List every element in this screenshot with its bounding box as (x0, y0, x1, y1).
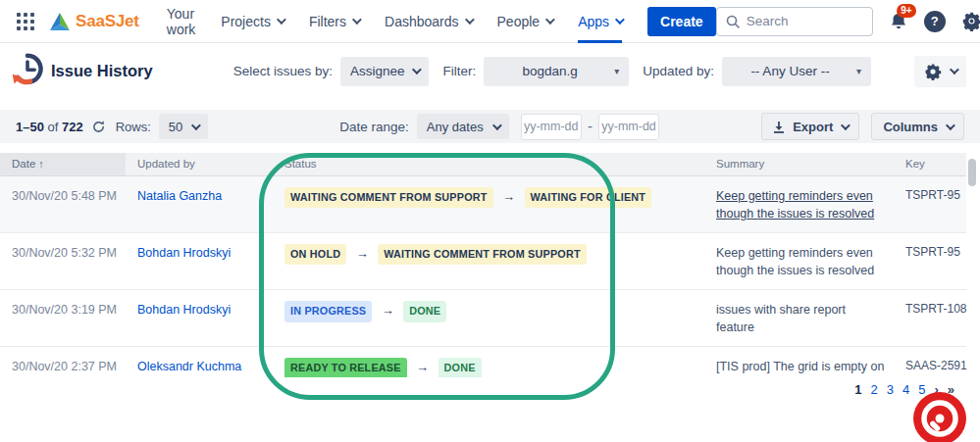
export-button[interactable]: Export (761, 113, 859, 140)
page: SaaSJet Your work Projects Filters Dashb… (0, 0, 980, 442)
cell-issue-key: TSPRT-108 (894, 290, 966, 347)
cell-issue-key: TSPRT-95 (894, 175, 966, 232)
pagination: 12345›» (0, 377, 980, 397)
transition-arrow-icon: → (502, 189, 515, 204)
result-range: 1–50 of 722 (16, 120, 83, 134)
cell-status: IN PROGRESS → DONE (273, 290, 704, 347)
date-from-input[interactable] (521, 114, 582, 140)
table-row: 30/Nov/20 5:48 PM Natalia Ganzha WAITING… (0, 175, 966, 232)
app-switcher-icon[interactable] (16, 12, 35, 31)
issue-summary-link[interactable]: Keep getting reminders even though the i… (716, 246, 874, 277)
chevron-down-icon (191, 121, 201, 130)
column-header-status[interactable]: Status (273, 153, 704, 175)
column-header-summary[interactable]: Summary (704, 153, 894, 175)
grid-icon (16, 12, 35, 31)
vertical-scrollbar-thumb[interactable] (968, 159, 976, 186)
refresh-icon (91, 120, 106, 134)
nav-people[interactable]: People (497, 0, 553, 43)
dropdown-triangle-icon: ▾ (614, 66, 619, 76)
columns-button[interactable]: Columns (871, 113, 964, 140)
chevron-down-icon (277, 15, 286, 25)
cell-date: 30/Nov/20 5:48 PM (0, 175, 126, 232)
status-from-badge: ON HOLD (284, 244, 346, 266)
brand-name: SaaSJet (76, 12, 139, 31)
recording-logo-icon (911, 390, 968, 442)
search-box[interactable] (716, 7, 873, 36)
issue-history-app-icon (10, 53, 45, 90)
brand-logo[interactable]: SaaSJet (49, 12, 139, 31)
chevron-down-icon (492, 121, 502, 130)
app-header: Issue History Select issues by: Assignee… (0, 43, 980, 99)
chevron-down-icon (946, 121, 955, 130)
download-icon (773, 121, 785, 133)
dropdown-triangle-icon: ▾ (856, 66, 861, 76)
top-nav-right: 9+ ? (716, 7, 980, 36)
top-nav: SaaSJet Your work Projects Filters Dashb… (0, 0, 980, 43)
question-icon: ? (924, 11, 946, 32)
date-range-group: Date range: Any dates - (339, 114, 659, 140)
toolbar-right: Export Columns (761, 113, 964, 140)
table-row: 30/Nov/20 2:37 PM Oleksandr Kuchma READY… (0, 347, 966, 377)
settings-button[interactable] (961, 11, 980, 31)
date-range-separator: - (588, 118, 593, 135)
sort-ascending-icon: ↑ (38, 158, 44, 170)
refresh-button[interactable] (91, 120, 106, 134)
history-table-container: Date↑ Updated by Status Summary Key 30/N… (0, 153, 980, 377)
chevron-down-icon (412, 65, 422, 74)
updated-by-user-link[interactable]: Bohdan Hrodskyi (137, 246, 231, 260)
updated-by-user-link[interactable]: Bohdan Hrodskyi (137, 303, 231, 317)
filter-dropdown[interactable]: bogdan.g ▾ (484, 57, 629, 86)
nav-projects[interactable]: Projects (221, 0, 284, 43)
pagination-page-4[interactable]: 4 (903, 382, 909, 397)
saasjet-triangle-icon (49, 12, 71, 31)
date-range-dropdown[interactable]: Any dates (417, 114, 509, 139)
pagination-page-3[interactable]: 3 (887, 382, 894, 397)
nav-your-work[interactable]: Your work (167, 0, 196, 43)
rows-label: Rows: (116, 120, 151, 134)
chevron-down-icon (352, 15, 362, 25)
cell-date: 30/Nov/20 2:37 PM (0, 347, 126, 377)
chevron-down-icon (950, 65, 959, 74)
column-header-updated-by[interactable]: Updated by (126, 153, 273, 175)
cell-status: READY TO RELEASE → DONE (273, 347, 704, 377)
status-from-badge: IN PROGRESS (284, 301, 372, 322)
toolbar: 1–50 of 722 Rows: 50 Date range: Any dat… (0, 110, 980, 143)
cell-date: 30/Nov/20 5:32 PM (0, 232, 126, 289)
history-table: Date↑ Updated by Status Summary Key 30/N… (0, 153, 966, 377)
notifications-button[interactable]: 9+ (889, 12, 908, 31)
nav-dashboards[interactable]: Dashboards (385, 0, 472, 43)
column-header-date[interactable]: Date↑ (0, 153, 126, 175)
page-title: Issue History (51, 62, 153, 80)
rows-per-page-dropdown[interactable]: 50 (159, 114, 208, 139)
chevron-down-icon (464, 15, 474, 25)
select-issues-by-dropdown[interactable]: Assignee (340, 57, 430, 86)
select-issues-by-label: Select issues by: (233, 64, 333, 78)
search-input[interactable] (747, 14, 854, 28)
create-button[interactable]: Create (647, 7, 716, 36)
issue-summary-link[interactable]: [TIS prod] The grid is empty on report "… (716, 360, 885, 377)
updated-by-user-link[interactable]: Oleksandr Kuchma (137, 360, 241, 373)
status-from-badge: WAITING COMMENT FROM SUPPORT (284, 187, 493, 209)
status-to-badge: WAITING COMMENT FROM SUPPORT (378, 244, 587, 266)
status-from-badge: READY TO RELEASE (284, 358, 407, 377)
updated-by-dropdown[interactable]: -- Any User -- ▾ (722, 57, 871, 86)
nav-filters[interactable]: Filters (309, 0, 359, 43)
table-row: 30/Nov/20 5:32 PM Bohdan Hrodskyi ON HOL… (0, 232, 966, 289)
cell-status: ON HOLD → WAITING COMMENT FROM SUPPORT (273, 232, 704, 289)
date-to-input[interactable] (598, 114, 659, 140)
issue-summary-link[interactable]: Keep getting reminders even though the i… (716, 189, 874, 221)
cell-status: WAITING COMMENT FROM SUPPORT → WAITING F… (273, 175, 704, 232)
pagination-page-2[interactable]: 2 (870, 382, 877, 397)
gear-icon (924, 63, 942, 80)
nav-apps[interactable]: Apps (578, 0, 622, 43)
table-header-row: Date↑ Updated by Status Summary Key (0, 153, 966, 175)
pagination-page-1[interactable]: 1 (854, 382, 861, 397)
issue-summary-link[interactable]: issues with share report feature (716, 303, 846, 334)
column-header-key[interactable]: Key (894, 153, 966, 175)
table-body: 30/Nov/20 5:48 PM Natalia Ganzha WAITING… (0, 175, 966, 377)
updated-by-user-link[interactable]: Natalia Ganzha (137, 189, 222, 203)
help-button[interactable]: ? (924, 11, 946, 32)
status-to-badge: DONE (438, 358, 482, 377)
report-settings-dropdown[interactable] (914, 56, 966, 87)
chevron-down-icon (545, 15, 555, 25)
